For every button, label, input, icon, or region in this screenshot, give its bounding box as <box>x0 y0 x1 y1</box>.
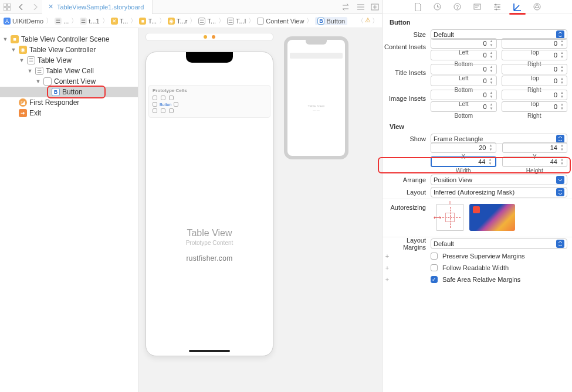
chevron-down-icon <box>556 135 564 143</box>
image-inset-bottom-input[interactable]: 0▲▼ <box>431 101 497 112</box>
button-section-title: Button <box>383 14 572 28</box>
image-inset-right-input[interactable]: 0▲▼ <box>502 101 568 112</box>
chevron-down-icon <box>556 176 564 184</box>
swap-icon[interactable] <box>340 0 354 14</box>
size-inspector-icon[interactable] <box>513 2 522 12</box>
svg-text:?: ? <box>456 4 459 10</box>
forward-button[interactable] <box>28 0 42 14</box>
bc-next-icon[interactable]: 〉 <box>372 16 378 25</box>
prototype-cell-area[interactable]: Prototype Cells Button <box>148 85 270 118</box>
title-inset-bottom-input[interactable]: 0▲▼ <box>431 76 497 86</box>
bc-item[interactable]: ✕T... <box>111 18 128 25</box>
prototype-header: Prototype Cells <box>153 88 266 93</box>
phone-preview-large[interactable]: Prototype Cells Button Table View Protot… <box>145 52 273 356</box>
inspector-tabs: ? <box>383 0 572 14</box>
preserve-superview-checkbox[interactable] <box>431 253 438 260</box>
autoresizing-control[interactable]: I⟷ <box>436 204 463 231</box>
safe-area-checkbox[interactable] <box>431 276 438 283</box>
history-inspector-icon[interactable] <box>433 2 442 12</box>
scene-row[interactable]: ▼■ Table View Controller Scene <box>0 34 138 45</box>
scene-titlebar[interactable] <box>145 33 273 41</box>
add-icon[interactable]: + <box>383 264 392 271</box>
svg-point-9 <box>495 4 497 6</box>
file-inspector-icon[interactable] <box>413 2 422 12</box>
controller-row[interactable]: ▼◉ Table View Controller <box>0 45 138 55</box>
bc-content-view[interactable]: Content View <box>257 18 304 25</box>
button-row[interactable]: B Button <box>0 87 138 97</box>
bc-button[interactable]: BButton <box>315 17 347 25</box>
frame-y-input[interactable]: 14▲▼ <box>502 142 568 153</box>
connections-inspector-icon[interactable] <box>533 2 542 12</box>
back-button[interactable] <box>14 0 28 14</box>
svg-point-10 <box>498 6 500 8</box>
bc-item[interactable]: ☰t...1 <box>80 18 99 25</box>
follow-readable-checkbox[interactable] <box>431 264 438 271</box>
frame-width-input[interactable]: 44▲▼ <box>431 156 496 167</box>
image-inset-left-input[interactable]: 0▲▼ <box>431 90 497 100</box>
image-insets-block: Image Insets 0▲▼Left 0▲▼Top 0▲▼Bottom 0▲… <box>383 93 572 118</box>
content-inset-top-input[interactable]: 0▲▼ <box>502 38 568 49</box>
breadcrumb: A UIKitDemo 〉 ☰... 〉 ☰t...1 〉 ✕T... 〉 ■T… <box>0 14 382 28</box>
svg-rect-3 <box>8 8 11 11</box>
identity-inspector-icon[interactable] <box>473 2 482 12</box>
layout-margins-row: Layout Margins Default <box>383 237 572 250</box>
view-section-title: View <box>383 118 572 132</box>
frame-x-input[interactable]: 20▲▼ <box>431 142 496 153</box>
image-inset-top-input[interactable]: 0▲▼ <box>502 90 568 100</box>
cell-button[interactable]: Button <box>160 103 171 107</box>
preserve-superview-row: + Preserve Superview Margins <box>383 250 572 262</box>
content-inset-left-input[interactable]: 0▲▼ <box>431 38 497 49</box>
follow-readable-row: + Follow Readable Width <box>383 262 572 274</box>
scene-label: Table View Controller Scene <box>21 35 110 43</box>
bc-item[interactable]: ☰T...l <box>227 18 246 25</box>
svg-point-11 <box>496 9 497 11</box>
bc-item[interactable]: ☰T... <box>198 18 216 25</box>
tab-filename: TableViewSample1.storyboard <box>57 4 144 11</box>
add-editor-icon[interactable] <box>368 0 382 14</box>
document-outline: ▼■ Table View Controller Scene ▼◉ Table … <box>0 28 138 392</box>
add-icon[interactable]: + <box>383 276 392 283</box>
bc-item[interactable]: ■T... <box>139 18 157 25</box>
svg-rect-0 <box>4 4 6 6</box>
warning-icon[interactable]: ⚠ <box>365 16 371 25</box>
help-inspector-icon[interactable]: ? <box>453 2 462 12</box>
autoresizing-preview <box>469 204 515 231</box>
title-inset-right-input[interactable]: 0▲▼ <box>502 76 568 86</box>
phone-preview-mini[interactable]: Table View — — <box>284 36 348 159</box>
title-insets-block: Title Insets 0▲▼Left 0▲▼Top 0▲▼Bottom 0▲… <box>383 67 572 93</box>
lines-icon[interactable] <box>354 0 368 14</box>
svg-rect-1 <box>8 4 11 6</box>
grid-icon[interactable] <box>0 0 14 14</box>
content-inset-right-input[interactable]: 0▲▼ <box>502 50 568 60</box>
arrange-select[interactable]: Position View <box>431 175 567 185</box>
content-view-row[interactable]: ▼ Content View <box>0 76 138 87</box>
attributes-inspector-icon[interactable] <box>493 2 502 12</box>
bc-prev-icon[interactable]: 〈 <box>357 16 364 25</box>
layout-select[interactable]: Inferred (Autoresizing Mask) <box>431 187 567 197</box>
notch <box>186 52 233 63</box>
table-view-row[interactable]: ▼☰ Table View <box>0 55 138 66</box>
close-tab-icon[interactable]: ✕ <box>48 3 53 11</box>
title-inset-left-input[interactable]: 0▲▼ <box>431 64 497 74</box>
editor-tab[interactable]: ✕ TableViewSample1.storyboard <box>42 0 153 14</box>
content-insets-block: Content Insets 0▲▼Left 0▲▼Top 0▲▼Bottom … <box>383 41 572 67</box>
add-icon[interactable]: + <box>383 253 392 260</box>
content-inset-bottom-input[interactable]: 0▲▼ <box>431 50 497 60</box>
layout-margins-select[interactable]: Default <box>431 238 567 249</box>
bc-folder[interactable]: ☰... <box>55 18 69 25</box>
autoresizing-row: Autoresizing I⟷ <box>383 202 572 233</box>
editor-tabbar: ✕ TableViewSample1.storyboard <box>0 0 382 14</box>
frame-height-input[interactable]: 44▲▼ <box>502 156 568 167</box>
chevron-down-icon <box>556 30 564 39</box>
bc-project[interactable]: A UIKitDemo <box>4 18 43 25</box>
safe-area-row: + Safe Area Relative Margins <box>383 274 572 285</box>
chevron-down-icon <box>556 188 564 196</box>
exit-row[interactable]: ➜ Exit <box>0 108 138 118</box>
bc-item[interactable]: ◉T...r <box>168 18 187 25</box>
cell-row[interactable]: ▼☰ Table View Cell <box>0 66 138 76</box>
storyboard-canvas[interactable]: Prototype Cells Button Table View Protot… <box>138 28 382 392</box>
chevron-down-icon <box>556 240 564 248</box>
arrange-row: Arrange Position View <box>383 173 572 186</box>
title-inset-top-input[interactable]: 0▲▼ <box>502 64 568 74</box>
first-responder-row[interactable]: ◪ First Responder <box>0 97 138 108</box>
